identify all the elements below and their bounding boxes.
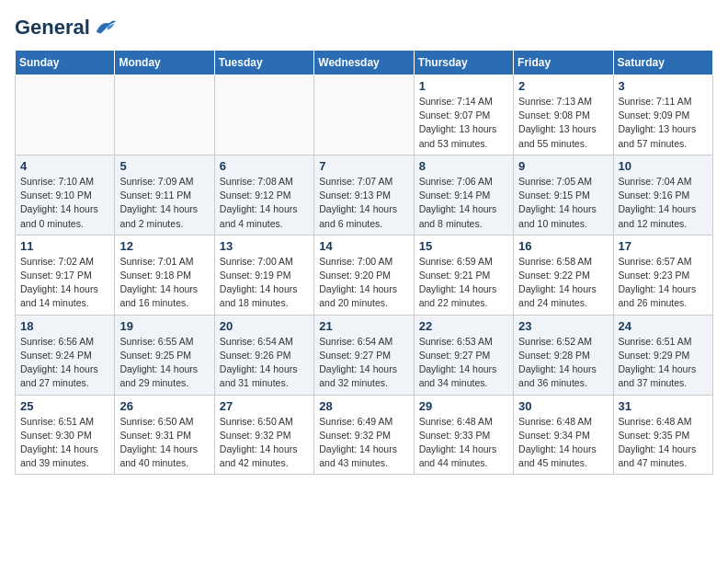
- day-number: 9: [518, 159, 608, 173]
- day-number: 26: [119, 399, 209, 413]
- calendar-cell: 20Sunrise: 6:54 AM Sunset: 9:26 PM Dayli…: [214, 315, 313, 395]
- day-number: 15: [419, 239, 508, 253]
- calendar-week-row: 25Sunrise: 6:51 AM Sunset: 9:30 PM Dayli…: [16, 395, 713, 475]
- day-info: Sunrise: 6:48 AM Sunset: 9:33 PM Dayligh…: [419, 415, 508, 471]
- day-number: 11: [20, 239, 109, 253]
- day-info: Sunrise: 6:48 AM Sunset: 9:35 PM Dayligh…: [619, 415, 708, 471]
- calendar-body: 1Sunrise: 7:14 AM Sunset: 9:07 PM Daylig…: [16, 75, 713, 475]
- calendar-cell: 24Sunrise: 6:51 AM Sunset: 9:29 PM Dayli…: [613, 315, 712, 395]
- day-info: Sunrise: 6:51 AM Sunset: 9:30 PM Dayligh…: [20, 415, 109, 471]
- day-info: Sunrise: 7:09 AM Sunset: 9:11 PM Dayligh…: [119, 175, 209, 231]
- day-info: Sunrise: 6:56 AM Sunset: 9:24 PM Dayligh…: [20, 335, 109, 391]
- day-info: Sunrise: 7:00 AM Sunset: 9:20 PM Dayligh…: [319, 255, 408, 311]
- calendar-cell: [314, 75, 414, 155]
- weekday-header-thursday: Thursday: [414, 51, 513, 75]
- day-info: Sunrise: 6:59 AM Sunset: 9:21 PM Dayligh…: [419, 255, 508, 311]
- day-info: Sunrise: 7:07 AM Sunset: 9:13 PM Dayligh…: [319, 175, 408, 231]
- day-number: 20: [220, 319, 309, 333]
- day-info: Sunrise: 7:04 AM Sunset: 9:16 PM Dayligh…: [619, 175, 708, 231]
- calendar-cell: 26Sunrise: 6:50 AM Sunset: 9:31 PM Dayli…: [115, 395, 214, 475]
- day-number: 25: [20, 399, 109, 413]
- day-number: 18: [20, 319, 109, 333]
- day-number: 21: [319, 319, 408, 333]
- calendar-cell: 7Sunrise: 7:07 AM Sunset: 9:13 PM Daylig…: [314, 155, 414, 235]
- day-number: 1: [419, 79, 508, 93]
- day-number: 13: [220, 239, 309, 253]
- day-info: Sunrise: 7:02 AM Sunset: 9:17 PM Dayligh…: [20, 255, 109, 311]
- calendar-cell: 28Sunrise: 6:49 AM Sunset: 9:32 PM Dayli…: [314, 395, 414, 475]
- day-info: Sunrise: 7:10 AM Sunset: 9:10 PM Dayligh…: [20, 175, 109, 231]
- day-info: Sunrise: 6:55 AM Sunset: 9:25 PM Dayligh…: [119, 335, 209, 391]
- day-number: 23: [518, 319, 608, 333]
- calendar-cell: 29Sunrise: 6:48 AM Sunset: 9:33 PM Dayli…: [414, 395, 513, 475]
- day-info: Sunrise: 7:11 AM Sunset: 9:09 PM Dayligh…: [619, 95, 708, 151]
- calendar-cell: [214, 75, 313, 155]
- page-header: General: [15, 15, 713, 40]
- day-info: Sunrise: 6:53 AM Sunset: 9:27 PM Dayligh…: [419, 335, 508, 391]
- calendar-cell: 2Sunrise: 7:13 AM Sunset: 9:08 PM Daylig…: [514, 75, 613, 155]
- calendar-cell: 3Sunrise: 7:11 AM Sunset: 9:09 PM Daylig…: [613, 75, 712, 155]
- logo-bird-icon: [92, 15, 118, 40]
- day-number: 27: [220, 399, 309, 413]
- day-number: 3: [619, 79, 708, 93]
- day-number: 14: [319, 239, 408, 253]
- day-info: Sunrise: 6:54 AM Sunset: 9:26 PM Dayligh…: [220, 335, 309, 391]
- day-info: Sunrise: 6:50 AM Sunset: 9:31 PM Dayligh…: [119, 415, 209, 471]
- calendar-cell: 12Sunrise: 7:01 AM Sunset: 9:18 PM Dayli…: [115, 235, 214, 315]
- weekday-header-wednesday: Wednesday: [314, 51, 414, 75]
- day-number: 4: [20, 159, 109, 173]
- day-number: 12: [119, 239, 209, 253]
- calendar-header-row: SundayMondayTuesdayWednesdayThursdayFrid…: [16, 51, 713, 75]
- day-number: 30: [518, 399, 608, 413]
- calendar-cell: [16, 75, 115, 155]
- day-number: 5: [119, 159, 209, 173]
- calendar-cell: 21Sunrise: 6:54 AM Sunset: 9:27 PM Dayli…: [314, 315, 414, 395]
- weekday-header-sunday: Sunday: [16, 51, 115, 75]
- calendar-cell: [115, 75, 214, 155]
- day-info: Sunrise: 6:48 AM Sunset: 9:34 PM Dayligh…: [518, 415, 608, 471]
- calendar-cell: 25Sunrise: 6:51 AM Sunset: 9:30 PM Dayli…: [16, 395, 115, 475]
- calendar-cell: 31Sunrise: 6:48 AM Sunset: 9:35 PM Dayli…: [613, 395, 712, 475]
- day-info: Sunrise: 6:52 AM Sunset: 9:28 PM Dayligh…: [518, 335, 608, 391]
- day-info: Sunrise: 7:00 AM Sunset: 9:19 PM Dayligh…: [220, 255, 309, 311]
- calendar-cell: 5Sunrise: 7:09 AM Sunset: 9:11 PM Daylig…: [115, 155, 214, 235]
- weekday-header-saturday: Saturday: [613, 51, 712, 75]
- day-info: Sunrise: 6:57 AM Sunset: 9:23 PM Dayligh…: [619, 255, 708, 311]
- calendar-cell: 23Sunrise: 6:52 AM Sunset: 9:28 PM Dayli…: [514, 315, 613, 395]
- day-info: Sunrise: 6:51 AM Sunset: 9:29 PM Dayligh…: [619, 335, 708, 391]
- day-info: Sunrise: 6:58 AM Sunset: 9:22 PM Dayligh…: [518, 255, 608, 311]
- day-number: 24: [619, 319, 708, 333]
- day-info: Sunrise: 7:13 AM Sunset: 9:08 PM Dayligh…: [518, 95, 608, 151]
- calendar-cell: 27Sunrise: 6:50 AM Sunset: 9:32 PM Dayli…: [214, 395, 313, 475]
- calendar-cell: 17Sunrise: 6:57 AM Sunset: 9:23 PM Dayli…: [613, 235, 712, 315]
- day-info: Sunrise: 6:49 AM Sunset: 9:32 PM Dayligh…: [319, 415, 408, 471]
- calendar-cell: 30Sunrise: 6:48 AM Sunset: 9:34 PM Dayli…: [514, 395, 613, 475]
- day-number: 16: [518, 239, 608, 253]
- calendar-week-row: 11Sunrise: 7:02 AM Sunset: 9:17 PM Dayli…: [16, 235, 713, 315]
- day-info: Sunrise: 7:06 AM Sunset: 9:14 PM Dayligh…: [419, 175, 508, 231]
- day-number: 10: [619, 159, 708, 173]
- day-number: 2: [518, 79, 608, 93]
- calendar-cell: 13Sunrise: 7:00 AM Sunset: 9:19 PM Dayli…: [214, 235, 313, 315]
- day-number: 31: [619, 399, 708, 413]
- calendar-cell: 14Sunrise: 7:00 AM Sunset: 9:20 PM Dayli…: [314, 235, 414, 315]
- weekday-header-monday: Monday: [115, 51, 214, 75]
- calendar-cell: 16Sunrise: 6:58 AM Sunset: 9:22 PM Dayli…: [514, 235, 613, 315]
- calendar-cell: 9Sunrise: 7:05 AM Sunset: 9:15 PM Daylig…: [514, 155, 613, 235]
- calendar-cell: 19Sunrise: 6:55 AM Sunset: 9:25 PM Dayli…: [115, 315, 214, 395]
- logo-text: General: [15, 17, 90, 39]
- day-number: 28: [319, 399, 408, 413]
- day-number: 6: [220, 159, 309, 173]
- calendar-week-row: 1Sunrise: 7:14 AM Sunset: 9:07 PM Daylig…: [16, 75, 713, 155]
- day-info: Sunrise: 6:50 AM Sunset: 9:32 PM Dayligh…: [220, 415, 309, 471]
- day-number: 22: [419, 319, 508, 333]
- day-number: 17: [619, 239, 708, 253]
- calendar-cell: 22Sunrise: 6:53 AM Sunset: 9:27 PM Dayli…: [414, 315, 513, 395]
- calendar-cell: 18Sunrise: 6:56 AM Sunset: 9:24 PM Dayli…: [16, 315, 115, 395]
- calendar-cell: 15Sunrise: 6:59 AM Sunset: 9:21 PM Dayli…: [414, 235, 513, 315]
- day-info: Sunrise: 7:08 AM Sunset: 9:12 PM Dayligh…: [220, 175, 309, 231]
- day-number: 7: [319, 159, 408, 173]
- day-number: 29: [419, 399, 508, 413]
- weekday-header-tuesday: Tuesday: [214, 51, 313, 75]
- day-info: Sunrise: 7:01 AM Sunset: 9:18 PM Dayligh…: [119, 255, 209, 311]
